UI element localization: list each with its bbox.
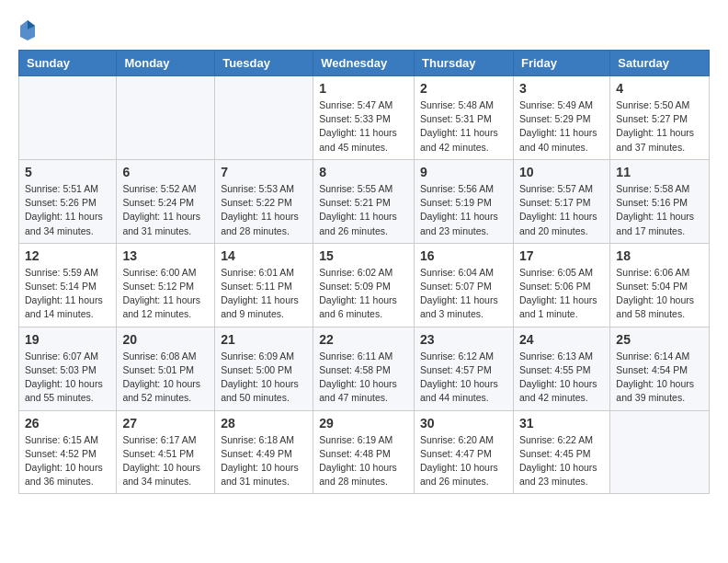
day-info: Sunrise: 6:18 AM Sunset: 4:49 PM Dayligh… (221, 433, 307, 489)
calendar-cell: 21Sunrise: 6:09 AM Sunset: 5:00 PM Dayli… (215, 327, 313, 410)
day-info: Sunrise: 6:20 AM Sunset: 4:47 PM Dayligh… (420, 433, 507, 489)
calendar-cell: 14Sunrise: 6:01 AM Sunset: 5:11 PM Dayli… (215, 243, 313, 327)
weekday-header-monday: Monday (117, 51, 215, 76)
day-info: Sunrise: 6:05 AM Sunset: 5:06 PM Dayligh… (519, 266, 604, 322)
day-number: 10 (519, 165, 604, 179)
day-number: 27 (122, 416, 209, 431)
day-info: Sunrise: 6:02 AM Sunset: 5:09 PM Dayligh… (319, 266, 408, 322)
day-number: 15 (319, 248, 408, 263)
day-number: 24 (519, 332, 604, 347)
calendar-week-row: 26Sunrise: 6:15 AM Sunset: 4:52 PM Dayli… (19, 410, 710, 494)
calendar-cell: 26Sunrise: 6:15 AM Sunset: 4:52 PM Dayli… (19, 410, 117, 494)
day-info: Sunrise: 5:52 AM Sunset: 5:24 PM Dayligh… (122, 182, 209, 238)
day-info: Sunrise: 5:47 AM Sunset: 5:33 PM Dayligh… (319, 98, 408, 155)
calendar-table: SundayMondayTuesdayWednesdayThursdayFrid… (18, 50, 710, 494)
day-info: Sunrise: 6:08 AM Sunset: 5:01 PM Dayligh… (122, 350, 209, 406)
day-number: 26 (25, 416, 110, 431)
calendar-cell: 6Sunrise: 5:52 AM Sunset: 5:24 PM Daylig… (117, 159, 215, 243)
day-number: 13 (122, 248, 209, 263)
calendar-cell: 10Sunrise: 5:57 AM Sunset: 5:17 PM Dayli… (513, 159, 609, 243)
day-number: 7 (221, 165, 307, 179)
calendar-cell: 2Sunrise: 5:48 AM Sunset: 5:31 PM Daylig… (415, 76, 514, 160)
calendar-cell (117, 76, 215, 160)
day-info: Sunrise: 6:13 AM Sunset: 4:55 PM Dayligh… (519, 350, 604, 406)
day-info: Sunrise: 6:11 AM Sunset: 4:58 PM Dayligh… (319, 350, 408, 406)
calendar-cell: 24Sunrise: 6:13 AM Sunset: 4:55 PM Dayli… (513, 327, 609, 410)
calendar-cell: 15Sunrise: 6:02 AM Sunset: 5:09 PM Dayli… (313, 243, 415, 327)
calendar-cell: 11Sunrise: 5:58 AM Sunset: 5:16 PM Dayli… (610, 159, 710, 243)
logo (18, 18, 40, 40)
day-number: 17 (519, 248, 604, 263)
day-number: 19 (25, 332, 110, 347)
calendar-cell: 29Sunrise: 6:19 AM Sunset: 4:48 PM Dayli… (313, 410, 415, 494)
day-info: Sunrise: 5:58 AM Sunset: 5:16 PM Dayligh… (616, 182, 703, 238)
day-number: 21 (221, 332, 307, 347)
day-info: Sunrise: 6:15 AM Sunset: 4:52 PM Dayligh… (25, 433, 110, 489)
day-info: Sunrise: 6:14 AM Sunset: 4:54 PM Dayligh… (616, 350, 703, 406)
day-number: 16 (420, 248, 507, 263)
weekday-header-tuesday: Tuesday (215, 51, 313, 76)
day-number: 28 (221, 416, 307, 431)
weekday-header-saturday: Saturday (610, 51, 710, 76)
weekday-header-wednesday: Wednesday (313, 51, 415, 76)
calendar-cell: 5Sunrise: 5:51 AM Sunset: 5:26 PM Daylig… (19, 159, 117, 243)
day-number: 11 (616, 165, 703, 179)
calendar-cell: 1Sunrise: 5:47 AM Sunset: 5:33 PM Daylig… (313, 76, 415, 160)
day-info: Sunrise: 6:12 AM Sunset: 4:57 PM Dayligh… (420, 350, 507, 406)
day-info: Sunrise: 5:57 AM Sunset: 5:17 PM Dayligh… (519, 182, 604, 238)
day-info: Sunrise: 5:51 AM Sunset: 5:26 PM Dayligh… (25, 182, 110, 238)
calendar-cell (19, 76, 117, 160)
weekday-header-thursday: Thursday (415, 51, 514, 76)
calendar-cell: 8Sunrise: 5:55 AM Sunset: 5:21 PM Daylig… (313, 159, 415, 243)
calendar-cell: 12Sunrise: 5:59 AM Sunset: 5:14 PM Dayli… (19, 243, 117, 327)
calendar-cell: 7Sunrise: 5:53 AM Sunset: 5:22 PM Daylig… (215, 159, 313, 243)
day-number: 23 (420, 332, 507, 347)
calendar-cell: 31Sunrise: 6:22 AM Sunset: 4:45 PM Dayli… (513, 410, 609, 494)
calendar-week-row: 5Sunrise: 5:51 AM Sunset: 5:26 PM Daylig… (19, 159, 710, 243)
day-info: Sunrise: 5:55 AM Sunset: 5:21 PM Dayligh… (319, 182, 408, 238)
weekday-header-row: SundayMondayTuesdayWednesdayThursdayFrid… (19, 51, 710, 76)
calendar-cell: 17Sunrise: 6:05 AM Sunset: 5:06 PM Dayli… (513, 243, 609, 327)
day-number: 31 (519, 416, 604, 431)
day-info: Sunrise: 6:00 AM Sunset: 5:12 PM Dayligh… (122, 266, 209, 322)
calendar-cell (610, 410, 710, 494)
day-number: 2 (420, 81, 507, 96)
day-number: 5 (25, 165, 110, 179)
day-info: Sunrise: 5:59 AM Sunset: 5:14 PM Dayligh… (25, 266, 110, 322)
day-number: 1 (319, 81, 408, 96)
day-info: Sunrise: 6:06 AM Sunset: 5:04 PM Dayligh… (616, 266, 703, 322)
day-number: 3 (519, 81, 604, 96)
calendar-cell: 4Sunrise: 5:50 AM Sunset: 5:27 PM Daylig… (610, 76, 710, 160)
day-info: Sunrise: 6:09 AM Sunset: 5:00 PM Dayligh… (221, 350, 307, 406)
calendar-cell: 18Sunrise: 6:06 AM Sunset: 5:04 PM Dayli… (610, 243, 710, 327)
weekday-header-sunday: Sunday (19, 51, 117, 76)
day-number: 6 (122, 165, 209, 179)
day-info: Sunrise: 6:22 AM Sunset: 4:45 PM Dayligh… (519, 433, 604, 489)
day-info: Sunrise: 5:48 AM Sunset: 5:31 PM Dayligh… (420, 98, 507, 155)
calendar-cell: 25Sunrise: 6:14 AM Sunset: 4:54 PM Dayli… (610, 327, 710, 410)
day-number: 4 (616, 81, 703, 96)
calendar-cell: 30Sunrise: 6:20 AM Sunset: 4:47 PM Dayli… (415, 410, 514, 494)
calendar-cell: 19Sunrise: 6:07 AM Sunset: 5:03 PM Dayli… (19, 327, 117, 410)
day-info: Sunrise: 5:50 AM Sunset: 5:27 PM Dayligh… (616, 98, 703, 155)
day-info: Sunrise: 5:49 AM Sunset: 5:29 PM Dayligh… (519, 98, 604, 155)
day-number: 12 (25, 248, 110, 263)
day-info: Sunrise: 6:19 AM Sunset: 4:48 PM Dayligh… (319, 433, 408, 489)
calendar-cell: 27Sunrise: 6:17 AM Sunset: 4:51 PM Dayli… (117, 410, 215, 494)
calendar-cell: 22Sunrise: 6:11 AM Sunset: 4:58 PM Dayli… (313, 327, 415, 410)
calendar-cell: 13Sunrise: 6:00 AM Sunset: 5:12 PM Dayli… (117, 243, 215, 327)
logo-icon (18, 18, 37, 40)
calendar-cell: 20Sunrise: 6:08 AM Sunset: 5:01 PM Dayli… (117, 327, 215, 410)
day-number: 30 (420, 416, 507, 431)
calendar-cell: 3Sunrise: 5:49 AM Sunset: 5:29 PM Daylig… (513, 76, 609, 160)
weekday-header-friday: Friday (513, 51, 609, 76)
day-number: 18 (616, 248, 703, 263)
day-info: Sunrise: 5:53 AM Sunset: 5:22 PM Dayligh… (221, 182, 307, 238)
day-info: Sunrise: 6:17 AM Sunset: 4:51 PM Dayligh… (122, 433, 209, 489)
calendar-week-row: 12Sunrise: 5:59 AM Sunset: 5:14 PM Dayli… (19, 243, 710, 327)
day-number: 22 (319, 332, 408, 347)
day-info: Sunrise: 6:04 AM Sunset: 5:07 PM Dayligh… (420, 266, 507, 322)
day-info: Sunrise: 5:56 AM Sunset: 5:19 PM Dayligh… (420, 182, 507, 238)
day-info: Sunrise: 6:01 AM Sunset: 5:11 PM Dayligh… (221, 266, 307, 322)
day-number: 14 (221, 248, 307, 263)
